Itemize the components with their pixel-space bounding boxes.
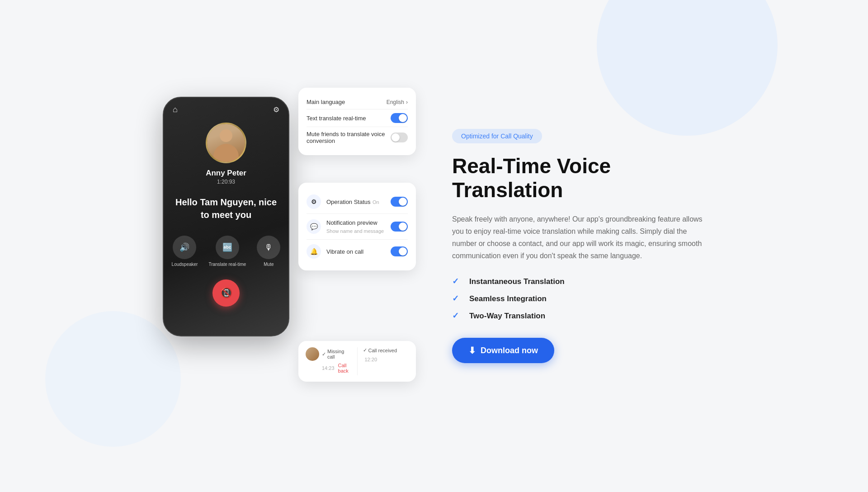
main-language-value: English › — [387, 99, 408, 105]
mute-icon: 🎙 — [257, 236, 280, 259]
received-call-badge: ✓ Call received — [363, 347, 397, 353]
mute-friends-row: Mute friends to translate voice conversi… — [307, 127, 408, 148]
download-button-label: Download now — [481, 346, 538, 355]
received-call-top: ✓ Call received — [363, 347, 409, 353]
loudspeaker-control[interactable]: 🔊 Loudspeaker — [172, 236, 198, 267]
caller-avatar-image — [207, 124, 245, 162]
received-call-meta: 12:20 — [363, 355, 409, 363]
main-language-label: Main language — [307, 99, 345, 105]
mute-friends-label: Mute friends to translate voice conversi… — [307, 131, 391, 144]
feature-label-0: Instantaneous Translation — [469, 277, 565, 286]
notification-preview-row: 💬 Notification preview Show name and mes… — [307, 214, 408, 240]
mute-label: Mute — [264, 262, 274, 267]
vibrate-row: 🔔 Vibrate on call — [307, 240, 408, 263]
left-section: ⌂ ⚙ Anny Peter 1:20:93 Hello Tam Nguyen,… — [163, 83, 416, 409]
translate-icon: 🔤 — [216, 236, 239, 259]
main-language-row: Main language English › — [307, 95, 408, 109]
operation-status-title: Operation Status — [326, 199, 371, 205]
operation-status-icon: ⚙ — [307, 194, 321, 209]
call-history-card: ✓ Missing call 14:23 Call back ✓ Call re… — [298, 341, 416, 382]
received-call-entry: ✓ Call received 12:20 — [357, 347, 409, 375]
notification-preview-sub: Show name and message — [326, 228, 384, 234]
feature-item-1: ✓ Seamless Integration — [452, 293, 705, 304]
phone-top-bar: ⌂ ⚙ — [164, 98, 288, 118]
page-title: Real-Time Voice Translation — [452, 154, 705, 202]
person-body — [213, 144, 239, 162]
vibrate-title: Vibrate on call — [326, 248, 363, 255]
feature-item-0: ✓ Instantaneous Translation — [452, 276, 705, 287]
page-wrapper: ⌂ ⚙ Anny Peter 1:20:93 Hello Tam Nguyen,… — [0, 0, 868, 492]
person-head — [220, 129, 232, 142]
call-duration: 1:20:93 — [217, 179, 235, 185]
mute-control[interactable]: 🎙 Mute — [257, 236, 280, 267]
missed-call-entry: ✓ Missing call 14:23 Call back — [306, 347, 352, 375]
checkmark-icon-1: ✓ — [452, 293, 463, 304]
vibrate-icon: 🔔 — [307, 244, 321, 259]
notification-preview-text: Notification preview Show name and messa… — [326, 218, 385, 235]
missed-call-top: ✓ Missing call — [306, 347, 352, 361]
notifications-card: ⚙ Operation Status On 💬 Notification pre… — [298, 183, 416, 270]
download-icon: ⬇ — [468, 345, 476, 356]
text-translate-row: Text translate real-time — [307, 109, 408, 127]
translate-label: Translate real-time — [208, 262, 246, 267]
quality-badge: Optimized for Call Quality — [452, 129, 542, 143]
phone-controls: 🔊 Loudspeaker 🔤 Translate real-time 🎙 Mu… — [172, 236, 281, 267]
notification-preview-title: Notification preview — [326, 219, 377, 226]
received-call-time: 12:20 — [365, 357, 377, 362]
missed-call-badge: ✓ Missing call — [322, 349, 352, 360]
translation-settings-card: Main language English › Text translate r… — [298, 88, 416, 155]
operation-status-sub: On — [373, 199, 379, 205]
person-silhouette — [210, 126, 242, 162]
call-back-link[interactable]: Call back — [338, 363, 352, 374]
text-translate-label: Text translate real-time — [307, 115, 366, 122]
translate-control[interactable]: 🔤 Translate real-time — [208, 236, 246, 267]
download-button[interactable]: ⬇ Download now — [452, 338, 554, 363]
missed-call-time: 14:23 — [322, 365, 335, 371]
text-translate-toggle[interactable] — [391, 113, 408, 123]
phone-mockup: ⌂ ⚙ Anny Peter 1:20:93 Hello Tam Nguyen,… — [163, 97, 289, 336]
feature-label-1: Seamless Integration — [469, 294, 547, 303]
loudspeaker-label: Loudspeaker — [172, 262, 198, 267]
notification-preview-icon: 💬 — [307, 219, 321, 234]
caller-name: Anny Peter — [206, 169, 246, 178]
settings-icon: ⚙ — [273, 105, 279, 114]
home-icon: ⌂ — [173, 105, 178, 114]
operation-status-toggle[interactable] — [391, 197, 408, 207]
mute-friends-toggle[interactable] — [391, 132, 408, 142]
call-message: Hello Tam Nguyen, nice to meet you — [173, 196, 279, 221]
missed-call-meta: 14:23 Call back — [306, 363, 352, 374]
loudspeaker-icon: 🔊 — [173, 236, 196, 259]
checkmark-icon-2: ✓ — [452, 311, 463, 322]
avatar — [206, 123, 246, 163]
right-section: Optimized for Call Quality Real-Time Voi… — [452, 129, 705, 364]
hero-description: Speak freely with anyone, anywhere! Our … — [452, 213, 705, 262]
vibrate-toggle[interactable] — [391, 246, 408, 256]
operation-status-row: ⚙ Operation Status On — [307, 190, 408, 214]
end-call-button[interactable]: 📵 — [212, 279, 240, 307]
missed-call-avatar — [306, 347, 319, 361]
vibrate-text: Vibrate on call — [326, 247, 385, 255]
features-list: ✓ Instantaneous Translation ✓ Seamless I… — [452, 276, 705, 322]
feature-label-2: Two-Way Translation — [469, 312, 545, 321]
notification-preview-toggle[interactable] — [391, 222, 408, 232]
operation-status-text: Operation Status On — [326, 198, 385, 206]
feature-item-2: ✓ Two-Way Translation — [452, 311, 705, 322]
checkmark-icon-0: ✓ — [452, 276, 463, 287]
